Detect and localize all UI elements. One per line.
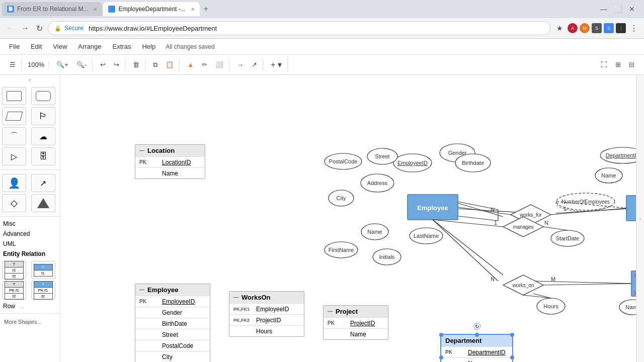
svg-line-104 — [543, 284, 631, 285]
ext-icon-3[interactable]: S — [592, 23, 602, 33]
workson-collapse-btn[interactable]: — — [233, 295, 238, 300]
tab-close-1[interactable]: ✕ — [93, 7, 97, 12]
address-bar-row: ← → ↻ 🔒 Secure https://www.draw.io/#LEmp… — [0, 18, 644, 38]
employee-collapse-btn[interactable]: — — [139, 287, 144, 293]
maximize-button[interactable]: ⬜ — [612, 3, 624, 15]
new-tab-button[interactable]: + — [201, 5, 211, 14]
zoom-controls: 🔍+ 🔍- — [51, 58, 93, 71]
forward-button[interactable]: → — [19, 22, 31, 35]
svg-text:N: N — [491, 207, 495, 213]
shape-diamond-item[interactable]: ◇ — [2, 194, 26, 212]
sidebar-collapse[interactable]: ‹ — [0, 75, 60, 85]
copy-button[interactable]: ⧉ — [149, 58, 161, 71]
sidebar-item-uml[interactable]: UML — [0, 239, 60, 249]
menu-extras[interactable]: Extras — [108, 41, 136, 52]
minimize-button[interactable]: — — [598, 3, 610, 15]
zoom-out-button[interactable]: 🔍- — [73, 58, 90, 71]
insert-button[interactable]: + ▾ — [267, 57, 285, 72]
svg-text:works_for: works_for — [519, 212, 542, 218]
sidebar-advanced-label: Advanced — [3, 230, 30, 237]
er-shape-2[interactable]: Tf1 — [31, 261, 55, 279]
menu-edit[interactable]: Edit — [26, 41, 47, 52]
shape-process-item[interactable]: ▷ — [2, 147, 26, 165]
tab-inactive[interactable]: 📄 From ER to Relational M... ✕ — [2, 2, 102, 16]
ext-icon-2[interactable]: M — [580, 23, 590, 33]
svg-marker-83 — [503, 217, 543, 237]
sidebar-item-advanced[interactable]: Advanced — [0, 229, 60, 239]
shape-flag-item[interactable]: 🏳 — [31, 107, 55, 125]
panel-toggle[interactable]: ⊟ — [625, 58, 638, 71]
view-toggle[interactable]: ⊞ — [612, 58, 624, 71]
delete-group: 🗑 — [127, 58, 145, 71]
svg-text:NumberOfEmployees: NumberOfEmployees — [561, 199, 610, 205]
close-button[interactable]: ✕ — [626, 3, 638, 15]
shadow-button[interactable]: ⬜ — [212, 58, 227, 71]
shape-rect-item[interactable] — [2, 87, 26, 105]
fullscreen-button[interactable]: ⛶ — [597, 58, 611, 71]
sidebar-toggle[interactable]: ☰ — [6, 58, 19, 71]
employee-row-0: PK EmployeeID — [135, 296, 210, 307]
settings-icon[interactable]: ⋮ — [628, 22, 640, 34]
address-bar[interactable]: 🔒 Secure https://www.draw.io/#LEmployeeD… — [48, 21, 550, 35]
shape-para-item[interactable] — [2, 107, 26, 125]
more-shapes-button[interactable]: More Shapes... — [0, 316, 60, 328]
er-shape-1[interactable]: Tf1f2 — [2, 261, 26, 279]
shape-cylinder-item[interactable]: 🗄 — [31, 147, 55, 165]
menu-view[interactable]: View — [48, 41, 72, 52]
svg-point-57 — [455, 154, 491, 172]
rotate-handle[interactable]: ↻ — [473, 323, 480, 330]
shape-curve-item[interactable]: ⌒ — [2, 127, 26, 145]
shape-person-item[interactable]: 👤 — [2, 174, 26, 192]
refresh-button[interactable]: ↻ — [34, 22, 45, 35]
redo-button[interactable]: ↪ — [110, 58, 123, 71]
sidebar-item-misc[interactable]: Misc — [0, 219, 60, 229]
menu-help[interactable]: Help — [137, 41, 160, 52]
connector-button[interactable]: → — [233, 58, 247, 71]
shape-arrow-item[interactable]: ↗ — [31, 174, 55, 192]
bookmark-icon[interactable]: ★ — [553, 22, 566, 34]
project-small-header: — Project — [324, 306, 388, 317]
canvas-area[interactable]: NumberOfEmployees — Location PK Locatio — [60, 75, 644, 362]
right-panel-handle[interactable]: › — [636, 75, 644, 362]
workson-row-2: Hours — [229, 325, 304, 336]
delete-button[interactable]: 🗑 — [129, 58, 143, 71]
er-shape-3[interactable]: TPK f1f2 — [2, 281, 26, 299]
ext-icon-5[interactable]: ⋮ — [616, 23, 626, 33]
sidebar-row-item[interactable]: Row ... — [0, 301, 60, 311]
svg-line-2 — [433, 213, 498, 221]
er-shape-4[interactable]: TPK f1f2 — [31, 281, 55, 299]
shape-triangle-item[interactable] — [31, 194, 55, 212]
department-selected-table[interactable]: ↻ Department PK DepartmentID Name FK Loc… — [440, 334, 513, 362]
undo-button[interactable]: ↩ — [97, 58, 109, 71]
ps-key-0: PK — [328, 320, 350, 326]
browser-chrome: 📄 From ER to Relational M... ✕ 🔷 Employe… — [0, 0, 644, 39]
paste-button[interactable]: 📋 — [162, 58, 177, 71]
shape-cloud-item[interactable]: ☁ — [31, 127, 55, 145]
location-collapse-btn[interactable]: — — [139, 148, 144, 153]
menu-file[interactable]: File — [4, 41, 25, 52]
zoom-in-button[interactable]: 🔍+ — [53, 58, 72, 71]
menu-arrange[interactable]: Arrange — [73, 41, 106, 52]
shape-rounded-item[interactable] — [31, 87, 55, 105]
tab-active[interactable]: 🔷 EmployeeDepartment -... ✕ — [103, 2, 199, 16]
wo-field-2: Hours — [256, 328, 300, 335]
canvas-inner: NumberOfEmployees — Location PK Locatio — [60, 75, 644, 362]
ext-icon-4[interactable]: S — [604, 23, 614, 33]
ext-icon-1[interactable]: A — [568, 23, 578, 33]
svg-line-99 — [433, 220, 503, 227]
line-color-button[interactable]: ✏ — [198, 58, 211, 71]
project-small-collapse-btn[interactable]: — — [328, 309, 333, 314]
svg-line-112 — [430, 172, 473, 195]
employee-row-1: Gender — [135, 307, 210, 318]
project-small-table: — Project PK ProjectID Name — [323, 305, 388, 340]
sidebar-item-entity-relation[interactable]: Entity Relation — [0, 249, 60, 259]
svg-line-35 — [342, 235, 375, 251]
secure-label: Secure — [64, 25, 84, 32]
waypoint-button[interactable]: ↗ — [248, 58, 261, 71]
location-field-1: Name — [162, 170, 201, 177]
svg-line-12 — [381, 163, 428, 195]
back-button[interactable]: ← — [4, 22, 16, 35]
tab-close-2[interactable]: ✕ — [191, 7, 195, 12]
svg-line-113 — [382, 164, 418, 195]
fill-color-button[interactable]: ▲ — [184, 58, 197, 71]
